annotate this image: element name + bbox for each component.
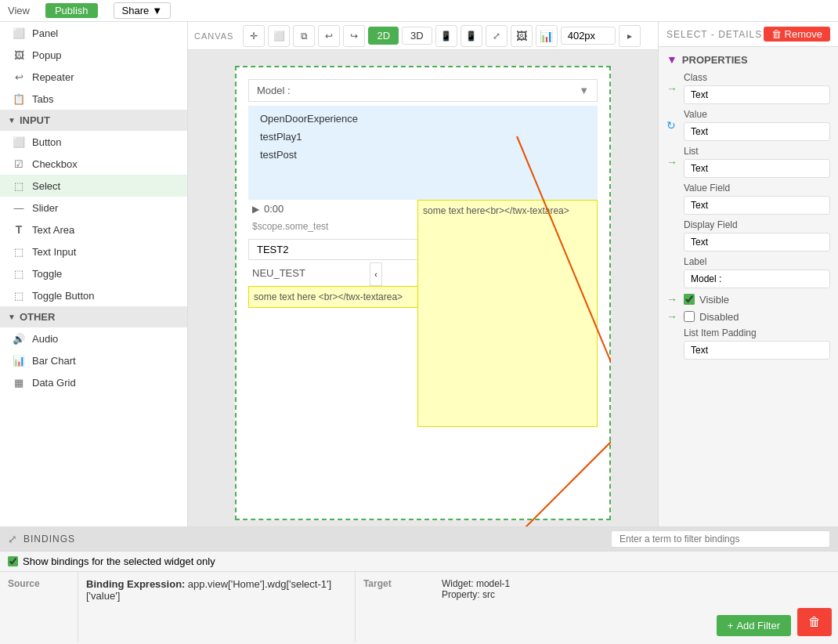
prop-list-input[interactable] [684, 159, 830, 178]
prop-disabled-checkbox[interactable] [684, 311, 695, 322]
share-button[interactable]: Share ▼ [114, 2, 172, 19]
toggle-icon: ⬚ [12, 266, 26, 280]
sidebar-item-panel[interactable]: ⬜ Panel [0, 22, 187, 44]
mode-2d-button[interactable]: 2D [368, 27, 399, 45]
dropdown-value: TEST2 [257, 244, 288, 255]
prop-labelfield-input[interactable] [684, 270, 830, 288]
right-panel-header: SELECT - DETAILS 🗑 Remove [659, 22, 838, 47]
canvas-toolbar: CANVAS ✛ ⬜ ⧉ ↩ ↪ 2D 3D 📱 📱 ⤢ 🖼 📊 ▸ [188, 22, 658, 50]
input-section-arrow: ▼ [8, 116, 16, 125]
sidebar-item-textarea[interactable]: T Text Area [0, 219, 187, 241]
sidebar-collapse-button[interactable]: ‹ [370, 262, 382, 286]
target-column-header: Target [356, 572, 434, 642]
prop-labelfield-label: Label [684, 256, 830, 267]
play-icon[interactable]: ▶ [252, 204, 259, 215]
textarea-top[interactable]: some text here<br></twx-textarea> [417, 200, 598, 427]
prop-value-label: Value [684, 109, 830, 120]
sidebar-item-button[interactable]: ⬜ Button [0, 131, 187, 153]
select-tool[interactable]: ⬜ [268, 25, 290, 47]
togglebutton-icon: ⬚ [12, 288, 26, 302]
main-layout: ⬜ Panel 🖼 Popup ↩ Repeater 📋 Tabs ▼ INPU… [0, 22, 838, 526]
sidebar-item-audio[interactable]: 🔊 Audio [0, 327, 187, 349]
prop-visible-label: Visible [699, 294, 729, 306]
bindings-content: Source Binding Expression: app.view['Hom… [0, 572, 838, 642]
prop-value-refresh-icon: ↻ [666, 119, 679, 132]
remove-icon: 🗑 [771, 28, 782, 40]
remove-button[interactable]: 🗑 Remove [764, 27, 830, 42]
show-bindings-checkbox[interactable] [8, 556, 18, 566]
bottom-bar-header: ⤢ BINDINGS [0, 527, 838, 552]
redo-tool[interactable]: ↪ [343, 25, 365, 47]
prop-valuefield-row: Value Field [666, 183, 830, 215]
right-panel: SELECT - DETAILS 🗑 Remove ▼ PROPERTIES →… [658, 22, 838, 526]
binding-property-label: Property: src [442, 589, 703, 600]
tablet-tool[interactable]: 📱 [461, 25, 482, 47]
other-section-header[interactable]: ▼ OTHER [0, 306, 187, 327]
filter-input[interactable] [611, 530, 830, 548]
prop-listpadding-label: List Item Padding [684, 327, 830, 338]
prop-disabled-arrow-icon: → [666, 310, 679, 323]
sidebar-item-tabs[interactable]: 📋 Tabs [0, 88, 187, 110]
properties-header: ▼ PROPERTIES [666, 53, 830, 66]
datagrid-icon: ▦ [12, 375, 26, 389]
top-bar: View Publish Share ▼ [0, 0, 838, 22]
prop-listpadding-input[interactable] [684, 341, 830, 360]
bottom-bar-options: Show bindings for the selected widget on… [0, 552, 838, 572]
image-tool[interactable]: 🖼 [511, 25, 533, 47]
sidebar-item-barchart[interactable]: 📊 Bar Chart [0, 349, 187, 371]
sidebar-item-popup[interactable]: 🖼 Popup [0, 44, 187, 66]
repeater-icon: ↩ [12, 70, 26, 84]
sidebar-item-slider[interactable]: — Slider [0, 197, 187, 219]
copy-tool[interactable]: ⧉ [293, 25, 315, 47]
textarea-icon: T [12, 223, 26, 237]
px-input[interactable] [561, 27, 616, 45]
sidebar-item-checkbox[interactable]: ☑ Checkbox [0, 153, 187, 175]
input-section-header[interactable]: ▼ INPUT [0, 110, 187, 131]
left-sidebar: ⬜ Panel 🖼 Popup ↩ Repeater 📋 Tabs ▼ INPU… [0, 22, 188, 526]
prop-displayfield-input[interactable] [684, 233, 830, 251]
prop-visible-checkbox[interactable] [684, 294, 695, 305]
add-icon: + [728, 620, 734, 631]
screen-tool[interactable]: 📱 [435, 25, 457, 47]
select-icon: ⬚ [12, 179, 26, 193]
sidebar-item-toggle[interactable]: ⬚ Toggle [0, 262, 187, 284]
chart-tool[interactable]: 📊 [536, 25, 558, 47]
prop-value-input[interactable] [684, 122, 830, 141]
sidebar-item-togglebutton[interactable]: ⬚ Toggle Button [0, 284, 187, 306]
select-arrow-icon: ▼ [579, 85, 589, 96]
slider-icon: — [12, 201, 26, 215]
button-icon: ⬜ [12, 135, 26, 149]
prop-displayfield-row: Display Field [666, 219, 830, 251]
prop-disabled-label: Disabled [699, 311, 739, 323]
prop-visible-arrow-icon: → [666, 293, 679, 306]
expand-tool[interactable]: ⤢ [486, 25, 507, 47]
undo-tool[interactable]: ↩ [318, 25, 340, 47]
panel-icon: ⬜ [12, 26, 26, 40]
prop-class-input[interactable] [684, 85, 830, 104]
prop-valuefield-input[interactable] [684, 196, 830, 215]
pointer-tool[interactable]: ✛ [243, 25, 265, 47]
sidebar-item-textinput[interactable]: ⬚ Text Input [0, 241, 187, 262]
prop-list-row: → List [666, 146, 830, 178]
prop-class-arrow-icon: → [666, 82, 679, 95]
select-widget[interactable]: Model : ▼ [248, 79, 598, 102]
more-tool[interactable]: ▸ [619, 25, 641, 47]
delete-button[interactable]: 🗑 [797, 608, 832, 636]
popup-icon: 🖼 [12, 48, 26, 62]
expand-icon[interactable]: ⤢ [8, 533, 17, 545]
sidebar-item-select[interactable]: ⬚ Select [0, 175, 187, 197]
right-panel-title: SELECT - DETAILS [666, 29, 762, 40]
bindings-label: BINDINGS [23, 534, 75, 545]
mode-3d-button[interactable]: 3D [402, 27, 432, 45]
canvas-content: Model : ▼ OpenDoorExperience testPlay1 t… [188, 50, 658, 526]
canvas-widget-area: Model : ▼ OpenDoorExperience testPlay1 t… [235, 66, 611, 520]
publish-button[interactable]: Publish [45, 3, 98, 18]
sidebar-item-datagrid[interactable]: ▦ Data Grid [0, 371, 187, 393]
sidebar-item-repeater[interactable]: ↩ Repeater [0, 66, 187, 88]
prop-value-row: ↻ Value [666, 109, 830, 141]
show-bindings-label: Show bindings for the selected widget on… [23, 555, 215, 567]
binding-actions: + Add Filter 🗑 [710, 572, 838, 642]
prop-class-label: Class [684, 72, 830, 83]
view-menu[interactable]: View [8, 5, 30, 16]
add-filter-button[interactable]: + Add Filter [717, 615, 791, 636]
